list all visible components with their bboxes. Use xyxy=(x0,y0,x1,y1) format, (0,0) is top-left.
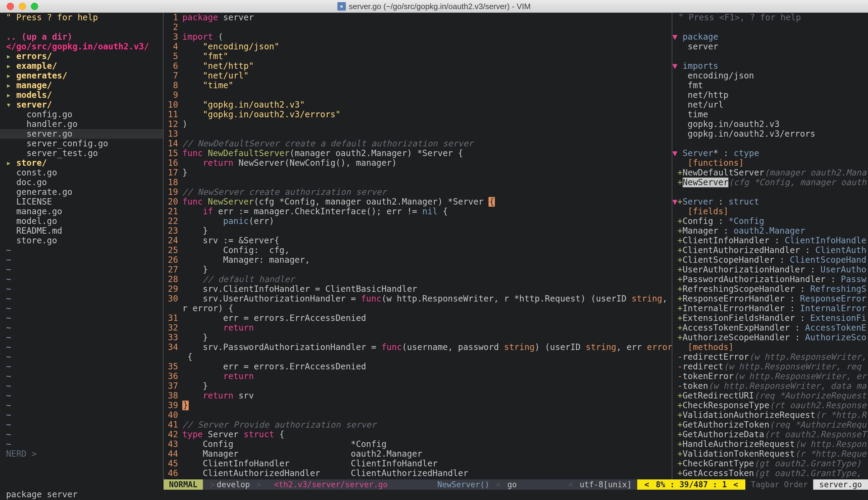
nerdtree-file[interactable]: manage.go xyxy=(0,207,163,216)
code-line[interactable]: } xyxy=(182,265,672,274)
tag-method[interactable]: -tokenError(w http.ResponseWriter, er xyxy=(672,372,868,381)
code-line[interactable]: } xyxy=(182,226,672,236)
code-line[interactable]: Manager: manager, xyxy=(182,255,672,265)
tag-header[interactable]: ▼ Server* : ctype xyxy=(672,148,868,158)
code-line[interactable]: "time" xyxy=(182,81,672,90)
tag-method[interactable]: +CheckGrantType(gt oauth2.GrantType) xyxy=(672,459,868,468)
tag-item[interactable]: encoding/json xyxy=(672,71,868,81)
tag-header[interactable]: ▼ imports xyxy=(672,61,868,71)
code-line[interactable]: Config: cfg, xyxy=(182,246,672,255)
code-line[interactable]: srv.UserAuthorizationHandler = func(w ht… xyxy=(182,294,672,304)
tag-section[interactable]: [fields] xyxy=(672,207,868,216)
tag-method[interactable]: +GetAuthorizeData(rt oauth2.ResponseT xyxy=(672,430,868,440)
tag-item[interactable]: gopkg.in/oauth2.v3 xyxy=(672,120,868,129)
tag-item[interactable]: server xyxy=(672,42,868,52)
tag-method[interactable]: -token(w http.ResponseWriter, data ma xyxy=(672,381,868,391)
code-line[interactable]: return xyxy=(182,372,672,381)
code-line[interactable]: func NewServer(cfg *Config, manager oaut… xyxy=(182,197,672,207)
code-line[interactable]: import ( xyxy=(182,32,672,42)
code-line-wrap[interactable]: r error) { xyxy=(182,304,672,313)
code-line[interactable]: func NewDefaultServer(manager oauth2.Man… xyxy=(182,148,672,158)
nerdtree-file[interactable]: README.md xyxy=(0,226,163,236)
tag-field[interactable]: +ClientAuthorizedHandler : ClientAuth xyxy=(672,246,868,255)
tag-field[interactable]: +Manager : oauth2.Manager xyxy=(672,226,868,236)
tag-field[interactable]: +AccessTokenExpHandler : AccessTokenE xyxy=(672,323,868,333)
code-line[interactable]: ClientInfoHandler ClientInfoHandler xyxy=(182,459,672,468)
tag-item[interactable]: net/url xyxy=(672,100,868,110)
tag-method[interactable]: +GetAuthorizeToken(req *AuthorizeRequ xyxy=(672,420,868,430)
code-line[interactable]: panic(err) xyxy=(182,216,672,226)
nerdtree-dir[interactable]: ▸ errors/ xyxy=(0,52,163,61)
tag-item[interactable]: gopkg.in/oauth2.v3/errors xyxy=(672,129,868,139)
tag-method[interactable]: +HandleAuthorizeRequest(w http.Respon xyxy=(672,440,868,449)
code-line[interactable]: // Server Provide authorization server xyxy=(182,420,672,430)
tag-header[interactable]: ▼ package xyxy=(672,32,868,42)
nerdtree-file[interactable]: handler.go xyxy=(0,120,163,129)
nerdtree-file[interactable]: server_test.go xyxy=(0,148,163,158)
code-line[interactable]: return xyxy=(182,323,672,333)
tag-field[interactable]: +AuthorizeScopeHandler : AuthorizeSco xyxy=(672,333,868,342)
code-line[interactable]: "fmt" xyxy=(182,52,672,61)
code-line-wrap[interactable]: { xyxy=(182,352,672,362)
code-line[interactable]: "gopkg.in/oauth2.v3" xyxy=(182,100,672,110)
nerdtree-file[interactable]: config.go xyxy=(0,110,163,120)
tag-field[interactable]: +ClientScopeHandler : ClientScopeHand xyxy=(672,255,868,265)
nerdtree-dir[interactable]: ▸ example/ xyxy=(0,61,163,71)
tag-field[interactable]: +InternalErrorHandler : InternalError xyxy=(672,304,868,313)
code-line[interactable]: package server xyxy=(182,13,672,22)
code-line[interactable]: // NewDefaultServer create a default aut… xyxy=(182,139,672,148)
code-pane[interactable]: 1package server2 3import (4 "encoding/js… xyxy=(164,13,672,479)
nerdtree-pane[interactable]: " Press ? for help .. (up a dir) </go/sr… xyxy=(0,13,164,479)
code-line[interactable] xyxy=(182,178,672,187)
tag-field[interactable]: +ClientInfoHandler : ClientInfoHandle xyxy=(672,236,868,246)
code-line[interactable] xyxy=(182,90,672,100)
tag-section[interactable]: [functions] xyxy=(672,158,868,168)
tag-item[interactable]: fmt xyxy=(672,81,868,90)
nerdtree-dir[interactable]: ▸ manage/ xyxy=(0,81,163,90)
code-line[interactable]: if err := manager.CheckInterface(); err … xyxy=(182,207,672,216)
code-line[interactable]: err = errors.ErrAccessDenied xyxy=(182,313,672,323)
code-line[interactable]: "gopkg.in/oauth2.v3/errors" xyxy=(182,110,672,120)
tag-function[interactable]: +NewDefaultServer(manager oauth2.Mana xyxy=(672,168,868,178)
code-line[interactable]: srv.ClientInfoHandler = ClientBasicHandl… xyxy=(182,284,672,294)
nerdtree-file[interactable]: server_config.go xyxy=(0,139,163,148)
code-line[interactable]: ) xyxy=(182,120,672,129)
tag-method[interactable]: -redirect(w http.ResponseWriter, req xyxy=(672,362,868,372)
code-line[interactable]: return NewServer(NewConfig(), manager) xyxy=(182,158,672,168)
nerdtree-dir[interactable]: ▸ store/ xyxy=(0,158,163,168)
code-line[interactable]: Config *Config xyxy=(182,440,672,449)
tag-method[interactable]: -redirectError(w http.ResponseWriter, xyxy=(672,352,868,362)
tag-header[interactable]: ▼+Server : struct xyxy=(672,197,868,207)
code-line[interactable]: srv.PasswordAuthorizationHandler = func(… xyxy=(182,342,672,352)
nerdtree-file[interactable]: generate.go xyxy=(0,187,163,197)
tag-method[interactable]: +ValidationAuthorizeRequest(r *http.R xyxy=(672,410,868,420)
tag-method[interactable]: +GetAccessToken(gt oauth2.GrantType, xyxy=(672,468,868,478)
nerdtree-file[interactable]: server.go xyxy=(0,129,163,139)
code-line[interactable]: } xyxy=(182,381,672,391)
tag-method[interactable]: +CheckResponseType(rt oauth2.Response xyxy=(672,401,868,410)
code-line[interactable]: Manager oauth2.Manager xyxy=(182,449,672,459)
code-line[interactable]: "encoding/json" xyxy=(182,42,672,52)
code-line[interactable]: // default handler xyxy=(182,274,672,284)
code-line[interactable]: srv := &Server{ xyxy=(182,236,672,246)
code-line[interactable]: "net/http" xyxy=(182,61,672,71)
nerdtree-file[interactable]: doc.go xyxy=(0,178,163,187)
code-line[interactable]: } xyxy=(182,168,672,178)
tag-field[interactable]: +RefreshingScopeHandler : RefreshingS xyxy=(672,284,868,294)
tag-field[interactable]: +Config : *Config xyxy=(672,216,868,226)
code-line[interactable] xyxy=(182,129,672,139)
code-line[interactable]: ClientAuthorizedHandler ClientAuthorized… xyxy=(182,468,672,478)
code-line[interactable]: "net/url" xyxy=(182,71,672,81)
tag-method[interactable]: +ValidationTokenRequest(r *http.Reque xyxy=(672,449,868,459)
nerdtree-updir[interactable]: .. (up a dir) xyxy=(0,32,163,42)
code-line[interactable]: return srv xyxy=(182,391,672,401)
code-line[interactable]: err = errors.ErrAccessDenied xyxy=(182,362,672,372)
nerdtree-dir[interactable]: ▸ generates/ xyxy=(0,71,163,81)
code-line[interactable]: // NewServer create authorization server xyxy=(182,187,672,197)
tag-field[interactable]: +UserAuthorizationHandler : UserAutho xyxy=(672,265,868,274)
code-line[interactable] xyxy=(182,410,672,420)
tag-item[interactable]: net/http xyxy=(672,90,868,100)
tag-function[interactable]: +NewServer(cfg *Config, manager oauth xyxy=(672,178,868,187)
tag-method[interactable]: +GetRedirectURI(req *AuthorizeRequest xyxy=(672,391,868,401)
tag-field[interactable]: +PasswordAuthorizationHandler : Passw xyxy=(672,274,868,284)
